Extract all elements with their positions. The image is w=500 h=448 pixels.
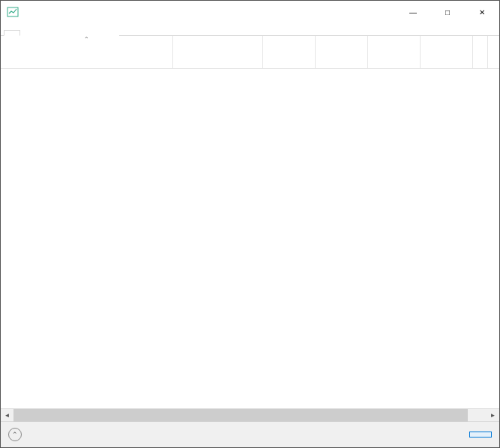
titlebar: — □ ✕ (1, 1, 499, 23)
col-disk[interactable] (368, 36, 421, 68)
scroll-left-icon[interactable]: ◄ (1, 409, 13, 422)
col-status[interactable] (173, 36, 263, 68)
close-button[interactable]: ✕ (465, 1, 499, 23)
footer: ⌃ (1, 421, 499, 447)
maximize-button[interactable]: □ (430, 1, 465, 23)
chevron-up-icon: ⌃ (8, 428, 22, 441)
process-list (1, 69, 499, 408)
col-network[interactable] (421, 36, 473, 68)
menu-file[interactable] (4, 25, 16, 28)
fewer-details-button[interactable]: ⌃ (8, 428, 26, 441)
col-memory[interactable] (316, 36, 368, 68)
tab-performance[interactable] (20, 30, 37, 36)
task-manager-icon (7, 6, 19, 18)
horizontal-scrollbar[interactable]: ◄ ► (1, 408, 499, 421)
end-task-button[interactable] (469, 432, 492, 438)
col-name[interactable]: ⌃ (1, 36, 173, 68)
scroll-track[interactable] (13, 409, 487, 422)
scroll-thumb[interactable] (13, 409, 468, 422)
tab-strip (1, 29, 499, 36)
tab-details[interactable] (86, 30, 103, 36)
column-headers: ⌃ (1, 36, 499, 69)
tab-processes[interactable] (4, 30, 20, 36)
sort-indicator-icon: ⌃ (84, 36, 89, 43)
tab-services[interactable] (103, 30, 119, 36)
minimize-button[interactable]: — (396, 1, 430, 23)
tab-users[interactable] (70, 30, 86, 36)
menu-options[interactable] (17, 25, 29, 28)
menu-view[interactable] (31, 25, 43, 28)
menubar (1, 23, 499, 29)
col-extra[interactable] (473, 36, 488, 68)
scroll-right-icon[interactable]: ► (487, 409, 499, 422)
col-cpu[interactable] (263, 36, 316, 68)
tab-app-history[interactable] (37, 30, 53, 36)
tab-startup[interactable] (53, 30, 70, 36)
section-background (1, 69, 499, 94)
